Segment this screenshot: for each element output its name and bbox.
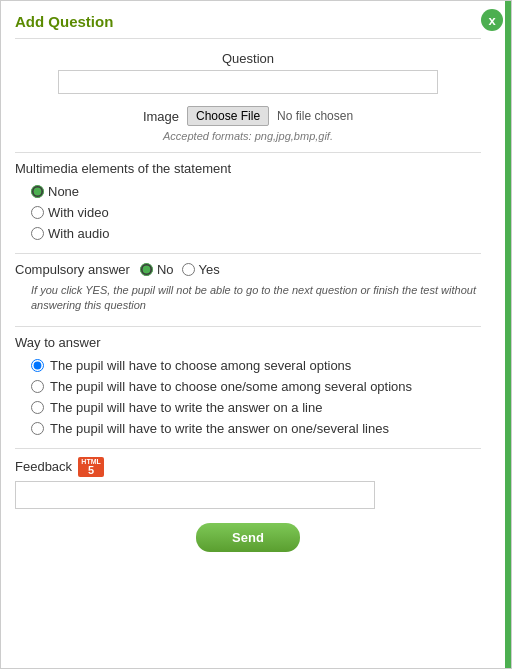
feedback-row: Feedback HTML 5	[15, 457, 481, 477]
compulsory-no-label: No	[157, 262, 174, 277]
multimedia-audio-label: With audio	[48, 226, 109, 241]
compulsory-radio-no[interactable]	[140, 263, 153, 276]
way-write-lines-label: The pupil will have to write the answer …	[50, 421, 389, 436]
compulsory-section: Compulsory answer No Yes If you click YE…	[15, 262, 481, 314]
send-button[interactable]: Send	[196, 523, 300, 552]
compulsory-row: Compulsory answer No Yes	[15, 262, 481, 277]
way-write-line-label: The pupil will have to write the answer …	[50, 400, 322, 415]
way-choose-several-label: The pupil will have to choose among seve…	[50, 358, 351, 373]
choose-file-button[interactable]: Choose File	[187, 106, 269, 126]
feedback-section: Feedback HTML 5	[15, 457, 481, 509]
way-radio-write-lines[interactable]	[31, 422, 44, 435]
question-input[interactable]	[58, 70, 438, 94]
multimedia-option-video[interactable]: With video	[31, 205, 481, 220]
way-radio-choose-one[interactable]	[31, 380, 44, 393]
close-button[interactable]: x	[481, 9, 503, 31]
way-option-write-lines[interactable]: The pupil will have to write the answer …	[31, 421, 481, 436]
way-radio-write-line[interactable]	[31, 401, 44, 414]
image-label: Image	[143, 109, 179, 124]
way-radio-choose-several[interactable]	[31, 359, 44, 372]
way-to-answer-title: Way to answer	[15, 335, 481, 350]
way-to-answer-section: Way to answer The pupil will have to cho…	[15, 335, 481, 436]
feedback-input[interactable]	[15, 481, 375, 509]
compulsory-label: Compulsory answer	[15, 262, 130, 277]
compulsory-yes-label: Yes	[199, 262, 220, 277]
multimedia-option-audio[interactable]: With audio	[31, 226, 481, 241]
multimedia-section: Multimedia elements of the statement Non…	[15, 161, 481, 241]
multimedia-title: Multimedia elements of the statement	[15, 161, 481, 176]
way-choose-one-label: The pupil will have to choose one/some a…	[50, 379, 412, 394]
accepted-formats-text: Accepted formats: png,jpg,bmp,gif.	[15, 130, 481, 142]
html5-badge: HTML 5	[78, 457, 104, 477]
section-divider-2	[15, 253, 481, 254]
no-file-text: No file chosen	[277, 109, 353, 123]
modal-title: Add Question	[15, 13, 481, 30]
way-radio-group: The pupil will have to choose among seve…	[31, 358, 481, 436]
multimedia-none-label: None	[48, 184, 79, 199]
multimedia-radio-video[interactable]	[31, 206, 44, 219]
multimedia-radio-group: None With video With audio	[31, 184, 481, 241]
yes-no-group: No Yes	[140, 262, 220, 277]
modal-container: x Add Question Question Image Choose Fil…	[0, 0, 512, 669]
multimedia-option-none[interactable]: None	[31, 184, 481, 199]
multimedia-radio-none[interactable]	[31, 185, 44, 198]
feedback-label: Feedback	[15, 459, 72, 474]
image-row: Image Choose File No file chosen	[15, 106, 481, 126]
send-btn-row: Send	[15, 523, 481, 552]
section-divider-4	[15, 448, 481, 449]
compulsory-no-option[interactable]: No	[140, 262, 174, 277]
modal-content: Add Question Question Image Choose File …	[1, 1, 511, 572]
question-label: Question	[15, 51, 481, 66]
section-divider-1	[15, 152, 481, 153]
title-divider	[15, 38, 481, 39]
question-group: Question	[15, 51, 481, 94]
side-accent-bar	[505, 1, 511, 668]
compulsory-radio-yes[interactable]	[182, 263, 195, 276]
way-option-choose-several[interactable]: The pupil will have to choose among seve…	[31, 358, 481, 373]
multimedia-video-label: With video	[48, 205, 109, 220]
html5-five-text: 5	[88, 465, 94, 476]
way-option-choose-one[interactable]: The pupil will have to choose one/some a…	[31, 379, 481, 394]
section-divider-3	[15, 326, 481, 327]
compulsory-yes-option[interactable]: Yes	[182, 262, 220, 277]
multimedia-radio-audio[interactable]	[31, 227, 44, 240]
way-option-write-line[interactable]: The pupil will have to write the answer …	[31, 400, 481, 415]
compulsory-note: If you click YES, the pupil will not be …	[31, 283, 481, 314]
